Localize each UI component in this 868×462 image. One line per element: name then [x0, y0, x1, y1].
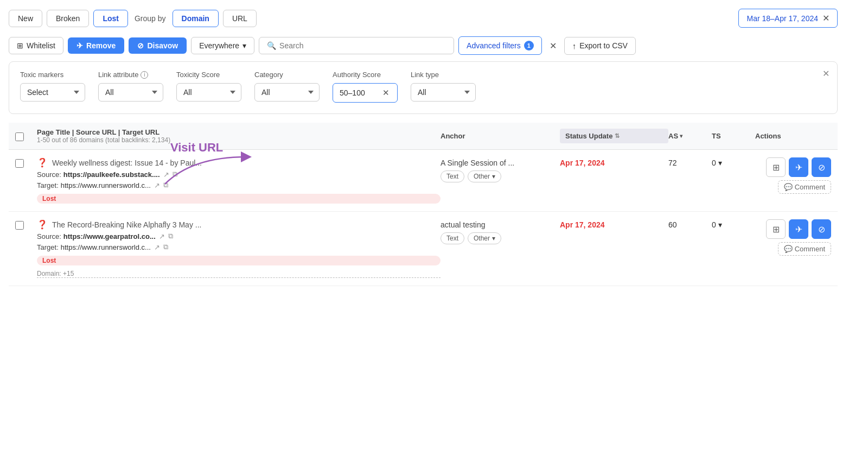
everywhere-chevron-icon: ▾ [242, 41, 246, 50]
whitelist-label: Whitelist [27, 41, 55, 50]
row1-disavow-action-button[interactable]: ⊘ [812, 157, 831, 177]
row1-as: 72 [668, 157, 712, 167]
row1-source-label: Source: [37, 170, 61, 179]
row1-other-chevron-icon: ▾ [492, 173, 495, 180]
row2-actions: ⊞ ✈ ⊘ 💬 Comment [755, 219, 831, 256]
row1-target-copy-icon[interactable]: ⧉ [163, 181, 168, 189]
whitelist-button[interactable]: ⊞ Whitelist [9, 37, 63, 54]
table-header: Page Title | Source URL | Target URL 1-5… [9, 123, 838, 150]
remove-button[interactable]: ✈ Remove [68, 37, 124, 54]
url-button[interactable]: URL [223, 10, 257, 27]
row2-target-copy-icon[interactable]: ⧉ [163, 243, 168, 251]
disavow-icon: ⊘ [137, 41, 144, 50]
category-select[interactable]: All [254, 83, 320, 102]
row1-text-tag[interactable]: Text [441, 170, 464, 182]
row1-whitelist-action-button[interactable]: ⊞ [766, 157, 786, 177]
row1-target-url[interactable]: https://www.runnersworld.c... [61, 181, 151, 189]
row2-comment-label: Comment [795, 245, 825, 253]
row2-anchor-text: actual testing [441, 220, 560, 229]
as-header[interactable]: AS ▾ [668, 132, 712, 140]
export-label: Export to CSV [579, 41, 628, 50]
row2-comment-button[interactable]: 💬 Comment [778, 242, 831, 256]
row2-ts: 0 ▾ [712, 219, 755, 229]
row2-disavow-action-button[interactable]: ⊘ [812, 219, 831, 239]
row2-text-tag[interactable]: Text [441, 232, 464, 244]
row2-other-tag[interactable]: Other ▾ [468, 232, 501, 244]
toxicity-score-label: Toxicity Score [176, 71, 241, 79]
row1-anchor-badges: Text Other ▾ [441, 170, 560, 182]
row1-other-tag[interactable]: Other ▾ [468, 170, 501, 182]
link-attribute-label: Link attribute i [98, 71, 163, 79]
row2-remove-action-button[interactable]: ✈ [789, 219, 808, 239]
advanced-filters-button[interactable]: Advanced filters 1 [458, 36, 542, 55]
row2-target-url[interactable]: https://www.runnersworld.c... [61, 243, 151, 251]
everywhere-button[interactable]: Everywhere ▾ [191, 37, 254, 54]
row1-main: ❓ Weekly wellness digest: Issue 14 - by … [37, 157, 441, 204]
row1-source-url[interactable]: https://paulkeefe.substack.... [63, 170, 160, 179]
row1-remove-action-button[interactable]: ✈ [789, 157, 808, 177]
search-box: 🔍 [259, 37, 454, 54]
row2-comment-icon: 💬 [784, 245, 793, 253]
row1-anchor: A Single Session of ... Text Other ▾ [441, 157, 560, 182]
row1-source-external-icon[interactable]: ↗ [163, 170, 169, 179]
date-close-icon[interactable]: ✕ [822, 13, 829, 23]
lost-button[interactable]: Lost [93, 10, 128, 27]
row1-source-copy-icon[interactable]: ⧉ [173, 170, 177, 179]
row2-source-copy-icon[interactable]: ⧉ [168, 232, 173, 241]
row2-other-chevron-icon: ▾ [492, 235, 495, 242]
search-input[interactable] [279, 41, 446, 50]
authority-score-input: 50–100 ✕ [333, 83, 398, 103]
row1-question-icon: ❓ [37, 157, 48, 168]
row1-target-external-icon[interactable]: ↗ Visit URL [154, 181, 160, 189]
filter-panel: ✕ Toxic markers Select Link attribute i … [9, 61, 838, 114]
disavow-button[interactable]: ⊘ Disavow [129, 37, 187, 54]
row2-status-badge: Lost [37, 256, 441, 265]
disavow-label: Disavow [147, 41, 178, 50]
row1-comment-button[interactable]: 💬 Comment [778, 180, 831, 194]
toxic-markers-select[interactable]: Select [20, 83, 85, 102]
domain-button[interactable]: Domain [173, 10, 219, 27]
select-all-checkbox[interactable] [15, 132, 24, 141]
row2-whitelist-action-button[interactable]: ⊞ [766, 219, 786, 239]
link-type-select[interactable]: All [411, 83, 476, 102]
row1-page-title: Weekly wellness digest: Issue 14 - by Pa… [52, 159, 202, 167]
row2-status-date: Apr 17, 2024 [560, 219, 668, 229]
export-button[interactable]: ↑ Export to CSV [564, 37, 636, 55]
date-range-button[interactable]: Mar 18–Apr 17, 2024 ✕ [738, 9, 838, 28]
link-attribute-group: Link attribute i All [98, 71, 163, 102]
link-attribute-info-icon[interactable]: i [141, 71, 148, 79]
row1-status-date: Apr 17, 2024 [560, 157, 668, 167]
category-label: Category [254, 71, 320, 79]
advanced-filters-badge: 1 [524, 41, 534, 50]
row1-checkbox[interactable] [15, 159, 24, 168]
row2-domain-info: Domain: +15 [37, 270, 441, 278]
new-button[interactable]: New [9, 10, 42, 27]
advanced-filters-close-button[interactable]: ✕ [546, 40, 560, 52]
toxicity-score-group: Toxicity Score All [176, 71, 241, 102]
row2-source-url[interactable]: https://www.gearpatrol.co... [63, 232, 156, 241]
advanced-filters-label: Advanced filters [467, 41, 521, 50]
row2-ts-chevron-icon[interactable]: ▾ [718, 220, 722, 229]
status-update-header[interactable]: Status Update ⇅ [560, 129, 668, 143]
row2-target-external-icon[interactable]: ↗ [154, 243, 160, 251]
row2-target-label: Target: [37, 243, 59, 251]
everywhere-label: Everywhere [199, 41, 239, 50]
whitelist-icon: ⊞ [17, 41, 23, 50]
row2-main: ❓ The Record-Breaking Nike Alphafly 3 Ma… [37, 219, 441, 278]
date-range-label: Mar 18–Apr 17, 2024 [746, 14, 818, 23]
row2-checkbox[interactable] [15, 221, 24, 230]
toolbar: ⊞ Whitelist ✈ Remove ⊘ Disavow Everywher… [9, 36, 838, 55]
authority-score-label: Authority Score [333, 71, 398, 79]
anchor-header: Anchor [441, 132, 560, 140]
authority-score-group: Authority Score 50–100 ✕ [333, 71, 398, 103]
broken-button[interactable]: Broken [47, 10, 89, 27]
row2-source-external-icon[interactable]: ↗ [159, 232, 165, 241]
filter-panel-close-button[interactable]: ✕ [822, 68, 829, 79]
row1-ts-chevron-icon[interactable]: ▾ [718, 159, 722, 167]
link-type-group: Link type All [411, 71, 476, 102]
table: Page Title | Source URL | Target URL 1-5… [9, 123, 838, 286]
toxicity-score-select[interactable]: All [176, 83, 241, 102]
authority-score-value: 50–100 [340, 88, 378, 97]
link-attribute-select[interactable]: All [98, 83, 163, 102]
authority-score-clear-button[interactable]: ✕ [381, 88, 391, 98]
